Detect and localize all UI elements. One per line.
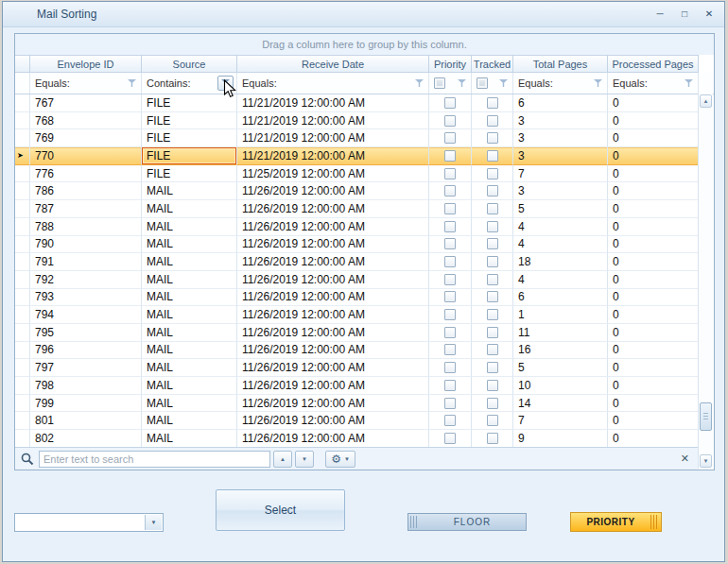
cell-total-pages[interactable]: 5 [513,359,608,377]
cell-processed-pages[interactable]: 0 [608,324,699,342]
cell-receive-date[interactable]: 11/26/2019 12:00:00 AM [237,430,429,448]
cell-receive-date[interactable]: 11/21/2019 12:00:00 AM [237,94,429,112]
cell-source[interactable]: MAIL [142,236,237,254]
scroll-up-button[interactable]: ▲ [700,94,712,108]
cell-envelope-id[interactable]: 793 [30,289,142,307]
cell-total-pages[interactable]: 7 [513,165,608,183]
scroll-down-button[interactable]: ▼ [700,454,712,468]
priority-checkbox[interactable] [444,132,456,144]
table-row[interactable]: 787MAIL11/26/2019 12:00:00 AM50 [15,200,714,218]
tracked-checkbox[interactable] [487,238,498,249]
tracked-checkbox[interactable] [487,115,498,127]
priority-checkbox[interactable] [444,362,456,373]
cell-envelope-id[interactable]: 798 [30,377,142,395]
cell-processed-pages[interactable]: 0 [608,182,699,200]
cell-source[interactable]: FILE [142,147,237,165]
cell-source[interactable]: MAIL [142,430,237,448]
cell-total-pages[interactable]: 1 [513,306,608,324]
table-row[interactable]: 791MAIL11/26/2019 12:00:00 AM180 [15,253,714,271]
tracked-checkbox[interactable] [487,291,498,302]
priority-checkbox[interactable] [444,344,456,355]
filter-cell-processed-pages[interactable]: Equals: [608,73,699,94]
column-header-receive-date[interactable]: Receive Date [237,55,429,73]
tracked-checkbox[interactable] [487,221,498,232]
tracked-checkbox[interactable] [487,97,498,109]
cell-processed-pages[interactable]: 0 [608,253,699,271]
cell-envelope-id[interactable]: 801 [30,412,142,430]
search-prev-button[interactable]: ▲ [273,451,292,468]
cell-total-pages[interactable]: 6 [513,289,608,307]
table-row[interactable]: 786MAIL11/26/2019 12:00:00 AM30 [15,182,714,200]
cell-receive-date[interactable]: 11/26/2019 12:00:00 AM [237,182,429,200]
tracked-checkbox[interactable] [487,168,498,179]
cell-receive-date[interactable]: 11/21/2019 12:00:00 AM [237,112,429,130]
cell-processed-pages[interactable]: 0 [608,377,699,395]
filter-funnel-button-hovered[interactable] [217,76,234,91]
cell-processed-pages[interactable]: 0 [608,430,699,448]
floor-button[interactable]: FLOOR [407,513,527,531]
column-header-envelope-id[interactable]: Envelope ID [30,55,142,73]
priority-checkbox[interactable] [444,168,456,179]
cell-source[interactable]: MAIL [142,377,237,395]
cell-source[interactable]: MAIL [142,253,237,271]
table-row[interactable]: 802MAIL11/26/2019 12:00:00 AM90 [15,430,714,448]
cell-processed-pages[interactable]: 0 [608,218,699,236]
filter-funnel-icon[interactable] [458,79,466,87]
cell-total-pages[interactable]: 16 [513,342,608,360]
tracked-checkbox[interactable] [487,415,498,426]
cell-envelope-id[interactable]: 794 [30,306,142,324]
table-row[interactable]: 776FILE11/25/2019 12:00:00 AM70 [15,165,714,183]
vertical-scrollbar[interactable]: ▲ ▼ [698,94,713,469]
column-header-total-pages[interactable]: Total Pages [513,55,608,73]
cell-envelope-id[interactable]: 769 [30,129,142,147]
cell-total-pages[interactable]: 3 [513,112,608,130]
cell-total-pages[interactable]: 18 [513,253,608,271]
cell-receive-date[interactable]: 11/25/2019 12:00:00 AM [237,165,429,183]
table-row[interactable]: 797MAIL11/26/2019 12:00:00 AM50 [15,359,714,377]
cell-processed-pages[interactable]: 0 [608,412,699,430]
cell-total-pages[interactable]: 10 [513,377,608,395]
cell-source[interactable]: MAIL [142,359,237,377]
cell-envelope-id[interactable]: 795 [30,324,142,342]
cell-receive-date[interactable]: 11/26/2019 12:00:00 AM [237,306,429,324]
cell-receive-date[interactable]: 11/26/2019 12:00:00 AM [237,236,429,254]
table-row[interactable]: 795MAIL11/26/2019 12:00:00 AM110 [15,324,714,342]
cell-source[interactable]: MAIL [142,306,237,324]
cell-total-pages[interactable]: 3 [513,147,608,165]
cell-receive-date[interactable]: 11/26/2019 12:00:00 AM [237,359,429,377]
cell-total-pages[interactable]: 9 [513,430,608,448]
cell-total-pages[interactable]: 5 [513,200,608,218]
priority-checkbox[interactable] [444,256,456,267]
filter-cell-priority[interactable] [429,73,472,94]
priority-checkbox[interactable] [444,115,456,127]
filter-funnel-icon[interactable] [594,79,602,87]
table-row[interactable]: 767FILE11/21/2019 12:00:00 AM60 [15,94,714,112]
cell-source[interactable]: MAIL [142,395,237,413]
cell-processed-pages[interactable]: 0 [608,342,699,360]
cell-processed-pages[interactable]: 0 [608,359,699,377]
close-button[interactable]: ✕ [702,6,717,21]
cell-processed-pages[interactable]: 0 [608,395,699,413]
footer-combobox[interactable]: ▼ [14,513,164,532]
column-header-source[interactable]: Source [142,55,237,73]
table-row[interactable]: ➤770FILE11/21/2019 12:00:00 AM30 [15,147,714,165]
priority-checkbox[interactable] [444,309,456,320]
maximize-button[interactable]: □ [677,6,692,21]
tracked-checkbox[interactable] [487,274,498,285]
priority-checkbox[interactable] [444,327,456,338]
cell-receive-date[interactable]: 11/26/2019 12:00:00 AM [237,395,429,413]
tracked-checkbox[interactable] [487,150,498,162]
cell-envelope-id[interactable]: 767 [30,94,142,112]
priority-button[interactable]: PRIORITY [570,512,662,532]
table-row[interactable]: 790MAIL11/26/2019 12:00:00 AM40 [15,236,714,254]
filter-cell-receive-date[interactable]: Equals: [237,73,429,94]
cell-total-pages[interactable]: 6 [513,94,608,112]
priority-checkbox[interactable] [444,97,456,109]
cell-receive-date[interactable]: 11/26/2019 12:00:00 AM [237,253,429,271]
cell-receive-date[interactable]: 11/26/2019 12:00:00 AM [237,271,429,289]
filter-cell-envelope-id[interactable]: Equals: [30,73,142,94]
filter-funnel-icon[interactable] [499,79,508,87]
table-row[interactable]: 768FILE11/21/2019 12:00:00 AM30 [15,112,714,130]
cell-envelope-id[interactable]: 792 [30,271,142,289]
cell-receive-date[interactable]: 11/21/2019 12:00:00 AM [237,129,429,147]
